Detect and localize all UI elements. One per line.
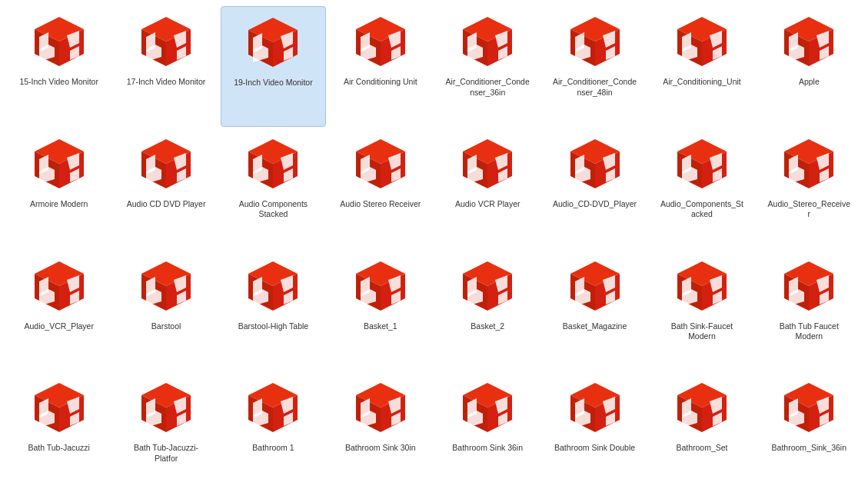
grid-item-11[interactable]: Audio Components Stacked: [221, 128, 326, 249]
sketchup-icon-22: [564, 255, 626, 317]
grid-item-27[interactable]: Bathroom 1: [221, 372, 326, 493]
sketchup-icon-12: [350, 133, 411, 195]
sketchup-icon-11: [242, 133, 304, 195]
item-label-14: Audio_CD-DVD_Player: [553, 199, 637, 210]
grid-item-2[interactable]: 17-Inch Video Monitor: [113, 6, 218, 127]
item-label-27: Bathroom 1: [252, 443, 294, 454]
item-label-22: Basket_Magazine: [563, 321, 627, 332]
item-label-16: Audio_Stereo_Receiver: [767, 199, 851, 220]
item-label-1: 15-Inch Video Monitor: [19, 77, 98, 88]
sketchup-icon-26: [135, 377, 197, 438]
grid-item-22[interactable]: Basket_Magazine: [542, 251, 647, 371]
sketchup-icon-5: [457, 11, 518, 72]
grid-item-26[interactable]: Bath Tub-Jacuzzi-Platfor: [113, 372, 218, 493]
item-label-19: Barstool-High Table: [238, 321, 308, 332]
grid-item-4[interactable]: Air Conditioning Unit: [328, 6, 433, 127]
item-label-25: Bath Tub-Jacuzzi: [28, 443, 90, 454]
item-label-2: 17-Inch Video Monitor: [127, 77, 206, 88]
sketchup-icon-14: [564, 133, 626, 195]
item-label-6: Air_Conditioner_Condenser_48in: [553, 77, 637, 98]
grid-item-16[interactable]: Audio_Stereo_Receiver: [757, 128, 862, 249]
grid-item-13[interactable]: Audio VCR Player: [435, 128, 540, 249]
grid-item-23[interactable]: Bath Sink-Faucet Modern: [649, 251, 754, 371]
sketchup-icon-20: [350, 255, 411, 317]
sketchup-icon-15: [671, 133, 733, 195]
sketchup-icon-28: [350, 377, 411, 438]
item-label-29: Bathroom Sink 36in: [452, 443, 523, 454]
grid-item-8[interactable]: Apple: [757, 6, 862, 127]
item-label-13: Audio VCR Player: [455, 199, 520, 210]
sketchup-icon-21: [457, 255, 518, 317]
sketchup-icon-3: [242, 12, 304, 73]
item-label-20: Basket_1: [364, 321, 397, 332]
sketchup-icon-32: [778, 377, 840, 438]
item-label-3: 19-Inch Video Monitor: [234, 78, 313, 88]
item-label-32: Bathroom_Sink_36in: [772, 443, 846, 454]
item-label-5: Air_Conditioner_Condenser_36in: [445, 77, 530, 98]
grid-item-3[interactable]: 19-Inch Video Monitor: [221, 6, 326, 127]
grid-item-15[interactable]: Audio_Components_Stacked: [649, 128, 754, 249]
sketchup-icon-27: [242, 377, 304, 438]
file-grid[interactable]: 15-Inch Video Monitor17-Inch Video Monit…: [0, 0, 868, 499]
item-label-9: Armoire Modern: [30, 199, 88, 210]
item-label-23: Bath Sink-Faucet Modern: [660, 321, 744, 342]
grid-item-5[interactable]: Air_Conditioner_Condenser_36in: [435, 6, 540, 127]
sketchup-icon-25: [28, 377, 90, 438]
sketchup-icon-2: [135, 11, 197, 72]
sketchup-icon-7: [671, 11, 733, 72]
grid-item-20[interactable]: Basket_1: [328, 251, 433, 371]
item-label-12: Audio Stereo Receiver: [340, 199, 421, 210]
item-label-15: Audio_Components_Stacked: [660, 199, 744, 220]
sketchup-icon-30: [564, 377, 626, 438]
grid-item-1[interactable]: 15-Inch Video Monitor: [6, 6, 111, 127]
item-label-21: Basket_2: [471, 321, 504, 332]
sketchup-icon-9: [28, 133, 90, 195]
sketchup-icon-29: [457, 377, 518, 438]
grid-item-29[interactable]: Bathroom Sink 36in: [435, 372, 540, 493]
sketchup-icon-17: [28, 255, 90, 317]
sketchup-icon-8: [778, 11, 840, 72]
sketchup-icon-24: [778, 255, 840, 317]
item-label-17: Audio_VCR_Player: [24, 321, 93, 332]
sketchup-icon-10: [135, 133, 197, 195]
grid-item-19[interactable]: Barstool-High Table: [221, 251, 326, 371]
item-label-31: Bathroom_Set: [676, 443, 727, 454]
sketchup-icon-4: [350, 11, 411, 72]
sketchup-icon-23: [671, 255, 733, 317]
sketchup-icon-31: [671, 377, 733, 438]
grid-item-14[interactable]: Audio_CD-DVD_Player: [542, 128, 647, 249]
grid-item-12[interactable]: Audio Stereo Receiver: [328, 128, 433, 249]
grid-item-10[interactable]: Audio CD DVD Player: [113, 128, 218, 249]
grid-item-17[interactable]: Audio_VCR_Player: [6, 251, 111, 371]
sketchup-icon-13: [457, 133, 518, 195]
item-label-26: Bath Tub-Jacuzzi-Platfor: [124, 443, 208, 464]
grid-item-25[interactable]: Bath Tub-Jacuzzi: [6, 372, 111, 493]
grid-item-21[interactable]: Basket_2: [435, 251, 540, 371]
item-label-10: Audio CD DVD Player: [127, 199, 206, 210]
sketchup-icon-6: [564, 11, 626, 72]
item-label-7: Air_Conditioning_Unit: [663, 77, 741, 88]
item-label-24: Bath Tub Faucet Modern: [767, 321, 851, 342]
grid-item-18[interactable]: Barstool: [113, 251, 218, 371]
grid-item-9[interactable]: Armoire Modern: [6, 128, 111, 249]
sketchup-icon-18: [135, 255, 197, 317]
item-label-8: Apple: [799, 77, 820, 88]
grid-item-6[interactable]: Air_Conditioner_Condenser_48in: [542, 6, 647, 127]
grid-item-31[interactable]: Bathroom_Set: [649, 372, 754, 493]
item-label-30: Bathroom Sink Double: [554, 443, 635, 454]
item-label-18: Barstool: [151, 321, 181, 332]
sketchup-icon-16: [778, 133, 840, 195]
item-label-11: Audio Components Stacked: [231, 199, 315, 220]
sketchup-icon-1: [28, 11, 90, 72]
sketchup-icon-19: [242, 255, 304, 317]
grid-item-7[interactable]: Air_Conditioning_Unit: [649, 6, 754, 127]
grid-item-30[interactable]: Bathroom Sink Double: [542, 372, 647, 493]
grid-item-32[interactable]: Bathroom_Sink_36in: [757, 372, 862, 493]
grid-item-28[interactable]: Bathroom Sink 30in: [328, 372, 433, 493]
item-label-4: Air Conditioning Unit: [344, 77, 417, 88]
item-label-28: Bathroom Sink 30in: [345, 443, 416, 454]
grid-item-24[interactable]: Bath Tub Faucet Modern: [757, 251, 862, 371]
